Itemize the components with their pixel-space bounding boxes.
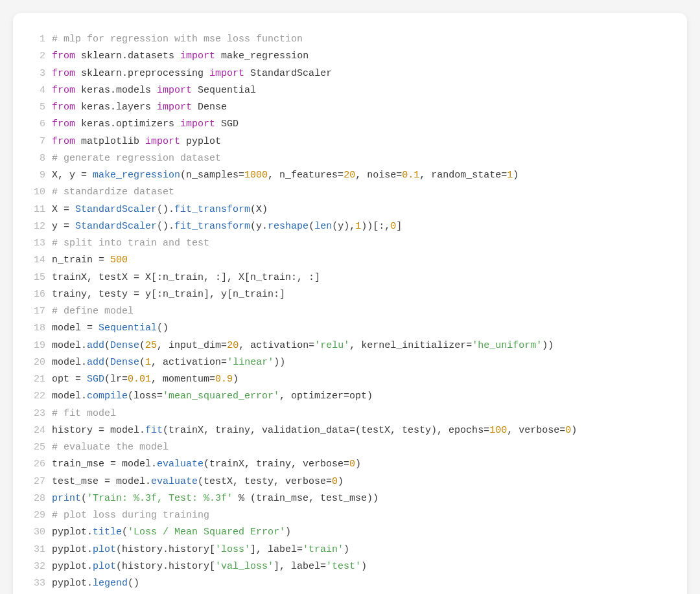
line-code: # mlp for regression with mse loss funct…: [52, 31, 670, 48]
line-number: 24: [30, 422, 45, 439]
code-line: 3from sklearn.preprocessing import Stand…: [30, 65, 670, 82]
code-line: 21opt = SGD(lr=0.01, momentum=0.9): [30, 371, 670, 388]
code-line: 17# define model: [30, 303, 670, 320]
line-number: 28: [30, 490, 45, 507]
code-line: 25# evaluate the model: [30, 439, 670, 456]
code-line: 22model.compile(loss='mean_squared_error…: [30, 388, 670, 405]
code-line: 20model.add(Dense(1, activation='linear'…: [30, 354, 670, 371]
line-number: 20: [30, 354, 45, 371]
line-number: 15: [30, 269, 45, 286]
line-code: from matplotlib import pyplot: [52, 133, 670, 150]
code-line: 14n_train = 500: [30, 252, 670, 269]
line-number: 4: [30, 82, 45, 99]
line-code: pyplot.legend(): [52, 575, 670, 592]
line-code: pyplot.plot(history.history['loss'], lab…: [52, 542, 670, 558]
line-number: 13: [30, 235, 45, 252]
line-number: 30: [30, 524, 45, 541]
line-number: 1: [30, 31, 45, 48]
line-number: 8: [30, 150, 45, 167]
line-code: # fit model: [52, 406, 670, 422]
code-line: 23# fit model: [30, 406, 670, 422]
line-code: # generate regression dataset: [52, 150, 670, 167]
line-number: 19: [30, 337, 45, 354]
code-line: 4from keras.models import Sequential: [30, 82, 670, 99]
line-code: X = StandardScaler().fit_transform(X): [52, 201, 670, 218]
code-card: 1# mlp for regression with mse loss func…: [13, 13, 687, 594]
code-line: 5from keras.layers import Dense: [30, 99, 670, 116]
code-line: 32pyplot.plot(history.history['val_loss'…: [30, 558, 670, 575]
code-line: 30pyplot.title('Loss / Mean Squared Erro…: [30, 524, 670, 541]
code-line: 6from keras.optimizers import SGD: [30, 116, 670, 133]
line-code: # evaluate the model: [52, 439, 670, 456]
line-code: trainX, testX = X[:n_train, :], X[n_trai…: [52, 269, 670, 286]
line-number: 10: [30, 184, 45, 201]
line-code: X, y = make_regression(n_samples=1000, n…: [52, 167, 670, 184]
line-code: trainy, testy = y[:n_train], y[n_train:]: [52, 286, 670, 303]
line-number: 12: [30, 218, 45, 235]
line-number: 16: [30, 286, 45, 303]
line-number: 33: [30, 575, 45, 592]
code-line: 28print('Train: %.3f, Test: %.3f' % (tra…: [30, 490, 670, 507]
line-code: n_train = 500: [52, 252, 670, 269]
code-listing: 1# mlp for regression with mse loss func…: [30, 31, 670, 594]
line-code: print('Train: %.3f, Test: %.3f' % (train…: [52, 490, 670, 507]
code-line: 12y = StandardScaler().fit_transform(y.r…: [30, 218, 670, 235]
line-number: 27: [30, 474, 45, 490]
line-code: from sklearn.datasets import make_regres…: [52, 48, 670, 65]
line-code: model.compile(loss='mean_squared_error',…: [52, 388, 670, 405]
code-line: 7from matplotlib import pyplot: [30, 133, 670, 150]
line-number: 22: [30, 388, 45, 405]
line-code: pyplot.title('Loss / Mean Squared Error'…: [52, 524, 670, 541]
line-code: # define model: [52, 303, 670, 320]
line-code: pyplot.plot(history.history['val_loss'],…: [52, 558, 670, 575]
line-number: 9: [30, 167, 45, 184]
code-line: 24history = model.fit(trainX, trainy, va…: [30, 422, 670, 439]
code-line: 11X = StandardScaler().fit_transform(X): [30, 201, 670, 218]
code-line: 13# split into train and test: [30, 235, 670, 252]
line-code: # split into train and test: [52, 235, 670, 252]
code-line: 31pyplot.plot(history.history['loss'], l…: [30, 542, 670, 558]
line-number: 2: [30, 48, 45, 65]
line-number: 32: [30, 558, 45, 575]
line-number: 29: [30, 507, 45, 524]
line-code: y = StandardScaler().fit_transform(y.res…: [52, 218, 670, 235]
code-line: 29# plot loss during training: [30, 507, 670, 524]
line-number: 31: [30, 542, 45, 558]
line-code: from keras.models import Sequential: [52, 82, 670, 99]
code-line: 19model.add(Dense(25, input_dim=20, acti…: [30, 337, 670, 354]
line-code: from sklearn.preprocessing import Standa…: [52, 65, 670, 82]
line-code: # plot loss during training: [52, 507, 670, 524]
line-code: test_mse = model.evaluate(testX, testy, …: [52, 474, 670, 490]
code-line: 8# generate regression dataset: [30, 150, 670, 167]
line-code: # standardize dataset: [52, 184, 670, 201]
line-number: 7: [30, 133, 45, 150]
line-number: 6: [30, 116, 45, 133]
line-number: 14: [30, 252, 45, 269]
code-line: 2from sklearn.datasets import make_regre…: [30, 48, 670, 65]
code-line: 9X, y = make_regression(n_samples=1000, …: [30, 167, 670, 184]
line-code: from keras.optimizers import SGD: [52, 116, 670, 133]
line-number: 21: [30, 371, 45, 388]
line-code: history = model.fit(trainX, trainy, vali…: [52, 422, 670, 439]
line-number: 11: [30, 201, 45, 218]
code-line: 18model = Sequential(): [30, 320, 670, 337]
line-number: 26: [30, 456, 45, 473]
line-number: 23: [30, 406, 45, 422]
code-line: 1# mlp for regression with mse loss func…: [30, 31, 670, 48]
code-line: 27test_mse = model.evaluate(testX, testy…: [30, 474, 670, 490]
line-number: 25: [30, 439, 45, 456]
code-line: 26train_mse = model.evaluate(trainX, tra…: [30, 456, 670, 473]
line-number: 17: [30, 303, 45, 320]
code-line: 33pyplot.legend(): [30, 575, 670, 592]
line-code: opt = SGD(lr=0.01, momentum=0.9): [52, 371, 670, 388]
line-code: train_mse = model.evaluate(trainX, train…: [52, 456, 670, 473]
code-line: 10# standardize dataset: [30, 184, 670, 201]
line-number: 5: [30, 99, 45, 116]
code-line: 16trainy, testy = y[:n_train], y[n_train…: [30, 286, 670, 303]
code-line: 15trainX, testX = X[:n_train, :], X[n_tr…: [30, 269, 670, 286]
line-code: model.add(Dense(1, activation='linear')): [52, 354, 670, 371]
line-code: model = Sequential(): [52, 320, 670, 337]
line-number: 18: [30, 320, 45, 337]
line-code: model.add(Dense(25, input_dim=20, activa…: [52, 337, 670, 354]
line-code: from keras.layers import Dense: [52, 99, 670, 116]
